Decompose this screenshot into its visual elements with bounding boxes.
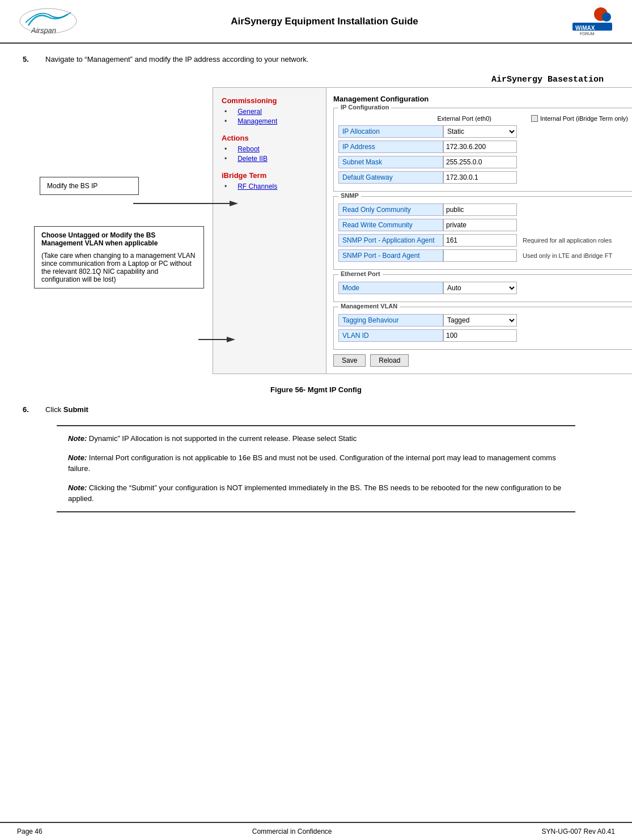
note-1-text: Dynamic” IP Allocation is not supported …: [87, 434, 357, 443]
default-gateway-row: Default Gateway: [338, 171, 631, 184]
ip-address-input[interactable]: [443, 141, 517, 153]
snmp-port-app-row: SNMP Port - Application Agent Required f…: [338, 234, 631, 247]
sidebar-actions-title: Actions: [222, 134, 317, 142]
sidebar-item-general[interactable]: General: [224, 108, 317, 117]
sidebar-management-link[interactable]: Management: [237, 117, 277, 125]
snmp-port-board-row: SNMP Port - Board Agent Used only in LTE…: [338, 249, 631, 262]
step-5-text: Navigate to “Management” and modify the …: [45, 55, 308, 63]
snmp-port-app-input[interactable]: [443, 234, 517, 247]
note-2-bold: Note:: [68, 453, 87, 462]
sidebar-item-delete-iib[interactable]: Delete IIB: [224, 155, 317, 164]
ip-address-label: IP Address: [338, 141, 443, 153]
note-1: Note: Dynamic” IP Allocation is not supp…: [68, 433, 564, 444]
note-2: Note: Internal Port configuration is not…: [68, 452, 564, 474]
sidebar-actions-section: Actions Reboot Delete IIB: [222, 134, 317, 164]
figure-caption: Figure 56- Mgmt IP Config: [23, 385, 609, 394]
step-6-text: Click Submit: [45, 405, 88, 414]
note-3: Note: Clicking the “Submit” your configu…: [68, 482, 564, 504]
step-6-number: 6.: [23, 405, 40, 414]
step-6: 6. Click Submit: [23, 405, 609, 414]
ip-config-section: IP Configuration External Port (eth0) In…: [333, 108, 632, 192]
subnet-mask-input[interactable]: [443, 156, 517, 168]
read-write-row: Read Write Community: [338, 219, 631, 231]
svg-text:FORUM: FORUM: [580, 32, 595, 36]
eth-port-section: Ethernet Port Mode Auto: [333, 274, 632, 302]
read-only-label: Read Only Community: [338, 203, 443, 216]
reload-button[interactable]: Reload: [370, 354, 409, 367]
ui-wrapper: Modify the BS IP Choose Untagged or Modi…: [23, 87, 609, 374]
int-port-checkbox[interactable]: [531, 115, 538, 122]
sidebar-commissioning-title: Commissioning: [222, 96, 317, 105]
read-write-input[interactable]: [443, 219, 517, 231]
main-content: 5. Navigate to “Management” and modify t…: [0, 49, 632, 555]
mode-select[interactable]: Auto: [443, 282, 517, 294]
int-port-label: Internal Port (iBridge Term only): [540, 115, 628, 122]
ip-allocation-select[interactable]: Static Dynamic: [443, 125, 517, 138]
tagging-behaviour-select[interactable]: Tagged Untagged: [443, 314, 517, 326]
vlan-id-label: VLAN ID: [338, 329, 443, 342]
read-only-input[interactable]: [443, 203, 517, 216]
sidebar-item-rf-channels[interactable]: RF Channels: [224, 183, 317, 192]
footer-center: Commercial in Confidence: [252, 828, 332, 835]
page-title: AirSynergy Equipment Installation Guide: [79, 16, 570, 27]
int-port-group: Internal Port (iBridge Term only): [531, 115, 628, 122]
note-1-bold: Note:: [68, 434, 87, 443]
callout-bs-ip: Modify the BS IP: [40, 177, 139, 195]
airspan-logo-icon: Airspan: [17, 6, 79, 37]
callout-bs-ip-text: Modify the BS IP: [47, 182, 97, 190]
note-3-text: Clicking the “Submit” your configuration…: [68, 483, 561, 503]
vlan-id-row: VLAN ID: [338, 329, 631, 342]
main-panel: Management Configuration IP Configuratio…: [326, 88, 632, 374]
sidebar: Commissioning General Management Actions…: [213, 88, 326, 374]
callout-vlan-title: Choose Untagged or Modify the BS Managem…: [41, 231, 197, 247]
panel-title: Management Configuration: [333, 95, 632, 103]
snmp-port-board-label: SNMP Port - Board Agent: [338, 249, 443, 262]
ip-address-row: IP Address: [338, 141, 631, 153]
mode-row: Mode Auto: [338, 282, 631, 294]
snmp-label: SNMP: [338, 192, 361, 199]
sidebar-item-management[interactable]: Management: [224, 117, 317, 127]
vlan-id-input[interactable]: [443, 329, 517, 342]
sidebar-ibridge-title: iBridge Term: [222, 171, 317, 180]
ip-config-label: IP Configuration: [338, 104, 391, 111]
eth-port-content: Mode Auto: [334, 275, 632, 302]
tagging-behaviour-label: Tagging Behaviour: [338, 314, 443, 326]
svg-text:WiMAX: WiMAX: [575, 25, 595, 31]
sidebar-general-link[interactable]: General: [237, 108, 262, 116]
sidebar-commissioning-section: Commissioning General Management: [222, 96, 317, 127]
sidebar-rf-channels-link[interactable]: RF Channels: [237, 183, 277, 190]
note-3-bold: Note:: [68, 483, 87, 492]
port-header-row: External Port (eth0) Internal Port (iBri…: [338, 115, 631, 122]
footer-right: SYN-UG-007 Rev A0.41: [542, 828, 615, 835]
save-button[interactable]: Save: [333, 354, 366, 367]
page-header: Airspan AirSynergy Equipment Installatio…: [0, 0, 632, 44]
mode-label: Mode: [338, 282, 443, 294]
button-row: Save Reload: [333, 354, 632, 367]
snmp-section: SNMP Read Only Community Read Write Comm…: [333, 196, 632, 270]
snmp-port-app-note: Required for all application roles: [523, 237, 612, 244]
read-write-label: Read Write Community: [338, 219, 443, 231]
mgmt-vlan-content: Tagging Behaviour Tagged Untagged VLAN I…: [334, 307, 632, 349]
read-only-row: Read Only Community: [338, 203, 631, 216]
subnet-mask-label: Subnet Mask: [338, 156, 443, 168]
ui-container: Commissioning General Management Actions…: [213, 87, 632, 374]
default-gateway-input[interactable]: [443, 171, 517, 184]
ip-config-content: External Port (eth0) Internal Port (iBri…: [334, 108, 632, 191]
sidebar-item-reboot[interactable]: Reboot: [224, 145, 317, 155]
callout-vlan: Choose Untagged or Modify the BS Managem…: [34, 226, 204, 289]
step-5-number: 5.: [23, 55, 40, 63]
note-2-text: Internal Port configuration is not appli…: [68, 453, 556, 473]
sidebar-reboot-link[interactable]: Reboot: [237, 145, 260, 153]
step-6-submit: Submit: [63, 405, 88, 414]
eth-port-label: Ethernet Port: [338, 270, 383, 277]
step-5: 5. Navigate to “Management” and modify t…: [23, 55, 609, 63]
sidebar-delete-iib-link[interactable]: Delete IIB: [237, 155, 268, 163]
ip-allocation-label: IP Allocation: [338, 125, 443, 138]
bs-title: AirSynergy Basestation: [23, 75, 609, 84]
page-footer: Page 46 Commercial in Confidence SYN-UG-…: [0, 822, 632, 840]
snmp-port-app-label: SNMP Port - Application Agent: [338, 234, 443, 247]
mgmt-vlan-section: Management VLAN Tagging Behaviour Tagged…: [333, 307, 632, 350]
svg-text:Airspan: Airspan: [31, 26, 56, 35]
subnet-mask-row: Subnet Mask: [338, 156, 631, 168]
snmp-port-board-input[interactable]: [443, 249, 517, 262]
